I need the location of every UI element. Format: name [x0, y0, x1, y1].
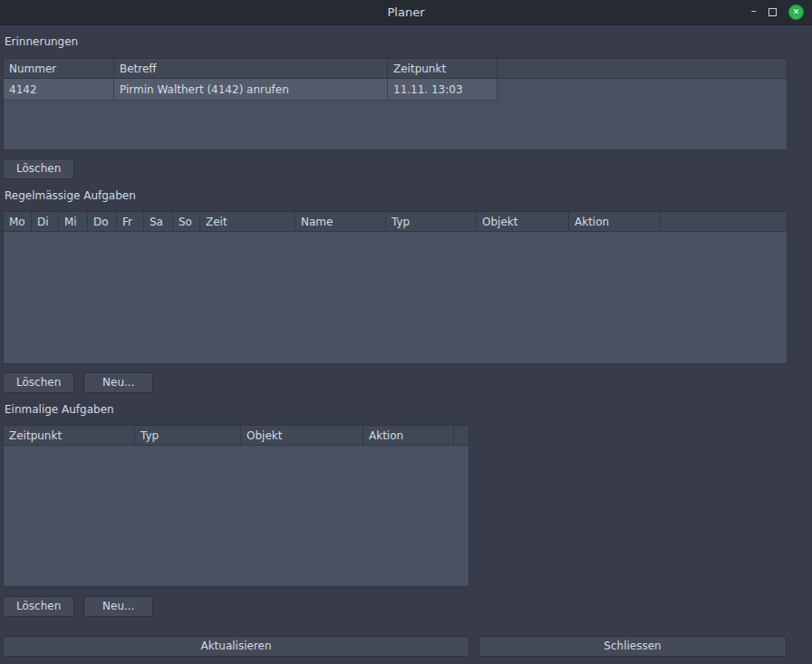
- minimize-icon: –: [751, 7, 758, 14]
- cell-nummer: 4142: [4, 79, 114, 100]
- column-header-do[interactable]: Do: [88, 212, 117, 231]
- column-header-typ[interactable]: Typ: [135, 426, 241, 445]
- minimize-button[interactable]: –: [751, 9, 758, 16]
- maximize-icon: [768, 8, 777, 16]
- onetime-buttons: Löschen Neu...: [3, 596, 812, 617]
- close-icon: ✕: [793, 8, 800, 16]
- column-header-filler: [498, 59, 787, 78]
- recurring-buttons: Löschen Neu...: [3, 372, 812, 393]
- column-header-objekt[interactable]: Objekt: [241, 426, 363, 445]
- recurring-new-button[interactable]: Neu...: [83, 372, 153, 393]
- reminders-buttons: Löschen: [3, 159, 812, 179]
- cell-zeitpunkt: 11.11. 13:03: [388, 79, 498, 100]
- column-header-mi[interactable]: Mi: [59, 212, 88, 231]
- main-content: Erinnerungen Nummer Betreff Zeitpunkt 41…: [0, 25, 812, 664]
- onetime-table-body[interactable]: [4, 446, 469, 586]
- refresh-button[interactable]: Aktualisieren: [3, 636, 469, 657]
- column-header-mo[interactable]: Mo: [4, 212, 32, 231]
- column-header-zeit[interactable]: Zeit: [200, 212, 295, 231]
- close-button[interactable]: ✕: [788, 5, 804, 20]
- recurring-table-body[interactable]: [4, 232, 787, 363]
- maximize-button[interactable]: [768, 8, 777, 16]
- recurring-label: Regelmässige Aufgaben: [5, 189, 812, 203]
- footer-buttons: Aktualisieren Schliessen: [3, 636, 812, 657]
- column-header-fr[interactable]: Fr: [117, 212, 144, 231]
- table-row[interactable]: 4142 Pirmin Walthert (4142) anrufen 11.1…: [4, 79, 498, 101]
- reminders-table-header: Nummer Betreff Zeitpunkt: [4, 59, 787, 79]
- close-window-button[interactable]: Schliessen: [478, 636, 787, 657]
- onetime-delete-button[interactable]: Löschen: [3, 596, 74, 617]
- reminders-table-body[interactable]: 4142 Pirmin Walthert (4142) anrufen 11.1…: [4, 79, 787, 149]
- titlebar[interactable]: Planer – ✕: [0, 0, 812, 25]
- onetime-table: Zeitpunkt Typ Objekt Aktion: [3, 425, 469, 587]
- reminders-table: Nummer Betreff Zeitpunkt 4142 Pirmin Wal…: [3, 58, 788, 150]
- window-title: Planer: [0, 5, 812, 19]
- cell-betreff: Pirmin Walthert (4142) anrufen: [114, 79, 388, 100]
- onetime-label: Einmalige Aufgaben: [5, 403, 812, 417]
- column-header-nummer[interactable]: Nummer: [4, 59, 114, 78]
- recurring-table-header: Mo Di Mi Do Fr Sa So Zeit Name Typ Objek…: [4, 212, 787, 232]
- column-header-name[interactable]: Name: [295, 212, 386, 231]
- window-controls: – ✕: [751, 5, 812, 20]
- onetime-new-button[interactable]: Neu...: [83, 596, 153, 617]
- recurring-delete-button[interactable]: Löschen: [3, 372, 74, 393]
- column-header-filler: [661, 212, 787, 231]
- column-header-zeitpunkt[interactable]: Zeitpunkt: [388, 59, 498, 78]
- column-header-typ[interactable]: Typ: [386, 212, 477, 231]
- column-header-betreff[interactable]: Betreff: [114, 59, 388, 78]
- column-header-aktion[interactable]: Aktion: [363, 426, 454, 445]
- column-header-di[interactable]: Di: [32, 212, 59, 231]
- planer-window: Planer – ✕ Erinnerungen Nummer Betreff Z…: [0, 0, 812, 664]
- column-header-zeitpunkt[interactable]: Zeitpunkt: [4, 426, 135, 445]
- column-header-filler: [454, 426, 469, 445]
- reminders-label: Erinnerungen: [5, 35, 812, 49]
- column-header-sa[interactable]: Sa: [144, 212, 173, 231]
- reminders-delete-button[interactable]: Löschen: [3, 159, 74, 179]
- recurring-table: Mo Di Mi Do Fr Sa So Zeit Name Typ Objek…: [3, 211, 788, 364]
- column-header-so[interactable]: So: [173, 212, 200, 231]
- column-header-objekt[interactable]: Objekt: [477, 212, 569, 231]
- column-header-aktion[interactable]: Aktion: [569, 212, 661, 231]
- onetime-table-header: Zeitpunkt Typ Objekt Aktion: [4, 426, 469, 446]
